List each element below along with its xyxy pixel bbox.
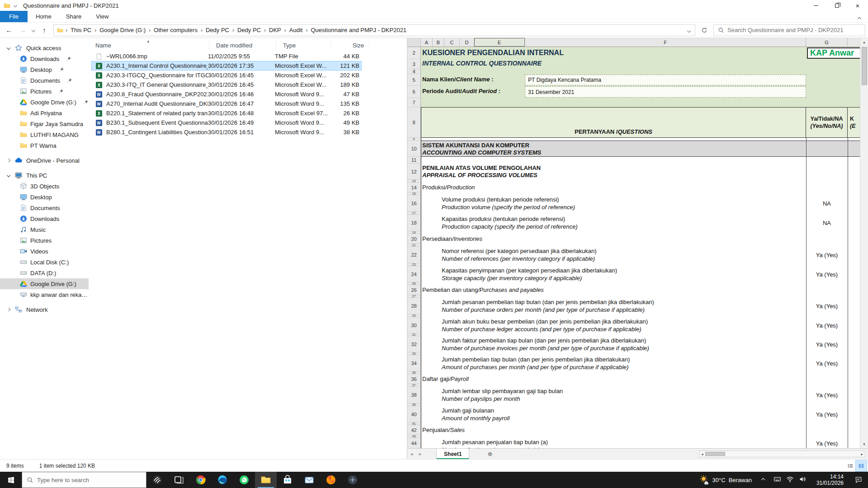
ribbon-collapse-icon[interactable] — [858, 15, 861, 22]
file-row-b280-1-contingent-l[interactable]: B280.1_Contingent Liabilities Questionn.… — [91, 127, 362, 137]
quick-access-toolbar-chevron-icon[interactable] — [14, 4, 17, 7]
row-header-2[interactable]: 2 — [407, 47, 421, 59]
row-header-30[interactable]: 30 — [407, 317, 421, 333]
col-header-c[interactable]: C — [444, 38, 460, 47]
row-header-40[interactable]: 40 — [407, 406, 421, 422]
sidebar-item-luthfi-magang[interactable]: LUTHFI MAGANG — [0, 129, 89, 140]
row-header-24[interactable]: 24 — [407, 266, 421, 282]
start-button[interactable] — [0, 472, 22, 488]
sidebar-section-network[interactable]: Network — [0, 304, 89, 315]
grid-corner[interactable] — [407, 38, 421, 47]
column-header-date-modified[interactable]: Date modified — [209, 41, 276, 50]
explorer-search-box[interactable] — [713, 24, 865, 36]
details-view-button[interactable] — [845, 460, 856, 471]
row-header-32[interactable]: 32 — [407, 336, 421, 352]
row-header-14[interactable]: 14 — [407, 183, 421, 192]
row-header-18[interactable]: 18 — [407, 215, 421, 231]
chevron-down-icon[interactable] — [6, 174, 11, 177]
file-row-b220-1-statement-of[interactable]: B220.1_Statement of related party transa… — [91, 108, 362, 118]
sidebar-item-pictures[interactable]: Pictures — [0, 86, 89, 97]
file-row-a230-1-internal-cont[interactable]: A230.1_Internal Control Questionnaire_D.… — [91, 61, 362, 70]
file-row-a270-internal-audit[interactable]: A270_Internal Audit Questionnaire_DKP2..… — [91, 99, 362, 108]
sidebar-item-desktop[interactable]: Desktop — [0, 64, 89, 75]
scroll-down-icon[interactable]: ▾ — [863, 440, 865, 448]
file-row-wrl0066-tmp[interactable]: ~WRL0066.tmp11/02/2025 9:55TMP File44 KB — [91, 52, 362, 61]
recent-locations-chevron-icon[interactable] — [30, 24, 37, 37]
minimize-button[interactable] — [806, 0, 826, 11]
breadcrumb-item-dkp[interactable]: DKP — [266, 27, 284, 33]
sidebar-item-downloads[interactable]: Downloads — [0, 53, 89, 64]
address-dropdown-icon[interactable] — [683, 27, 695, 33]
scroll-left-icon[interactable]: ◂ — [699, 452, 705, 456]
col-header-e[interactable]: E — [474, 38, 525, 47]
thumbnails-view-button[interactable] — [856, 460, 867, 471]
breadcrumb-item-dedy-pc[interactable]: Dedy PC — [203, 27, 232, 33]
chevron-right-icon[interactable] — [6, 159, 11, 162]
row-header-36[interactable]: 36 — [407, 374, 421, 384]
breadcrumb-item-other-computers[interactable]: Other computers — [151, 27, 201, 33]
horizontal-scrollbar[interactable]: ◂ ▸ — [699, 450, 865, 457]
sidebar-section-this-pc[interactable]: This PC — [0, 170, 89, 181]
breadcrumb-item-dedy-pc[interactable]: Dedy PC — [234, 27, 264, 33]
answer-cell[interactable]: NA — [806, 215, 848, 231]
tab-view[interactable]: View — [89, 11, 116, 22]
scroll-right-icon[interactable]: ▸ — [859, 452, 865, 456]
sheet-tab[interactable]: Sheet1 — [436, 449, 469, 459]
file-row-a230-3-itq-it-genera[interactable]: A230.3-ITQ_IT General Questionnaire_DK..… — [91, 80, 362, 89]
sidebar-item-videos[interactable]: Videos — [0, 246, 89, 257]
sheet-nav-left-icon[interactable]: ◂ — [407, 451, 416, 456]
row-header-26[interactable]: 26 — [407, 285, 421, 295]
row-header-5[interactable]: 5 — [407, 74, 421, 86]
weather-widget[interactable]: 30°C Berawan — [694, 475, 757, 485]
chevron-down-icon[interactable] — [6, 47, 11, 49]
restore-button[interactable] — [826, 0, 847, 11]
breadcrumb-item-google-drive-g[interactable]: Google Drive (G:) — [96, 27, 149, 33]
search-input[interactable] — [727, 27, 861, 33]
breadcrumb-item-audit[interactable]: Audit — [286, 27, 306, 33]
file-row-a230-3-itgcq-questio[interactable]: A230.3-ITGCQ_Questionnaire for ITGC_DK..… — [91, 70, 362, 80]
up-button[interactable]: ↑ — [38, 24, 51, 37]
scroll-up-icon[interactable]: ▴ — [863, 38, 865, 46]
sidebar-item-downloads[interactable]: Downloads — [0, 213, 89, 224]
sidebar-item-documents[interactable]: Documents — [0, 202, 89, 213]
answer-cell[interactable]: Ya (Yes) — [806, 406, 848, 422]
answer-cell[interactable]: Ya (Yes) — [806, 247, 848, 263]
col-header-f[interactable]: F — [525, 38, 806, 47]
tab-share[interactable]: Share — [59, 11, 89, 22]
row-header-42[interactable]: 42 — [407, 425, 421, 435]
column-header-type[interactable]: Type — [276, 41, 331, 50]
titlebar[interactable]: Questionnaire and PMPJ - DKP2021 × — [0, 0, 868, 11]
row-header-20[interactable]: 20 — [407, 234, 421, 244]
file-explorer-button[interactable] — [255, 472, 277, 488]
zebra-app-button[interactable] — [146, 472, 168, 488]
answer-cell[interactable]: Ya (Yes) — [806, 266, 848, 282]
file-row-b230-1-subsequent-ev[interactable]: B230.1_Subsequent Event Questionnaire_..… — [91, 118, 362, 127]
touch-keyboard-icon[interactable] — [774, 475, 781, 485]
mail-button[interactable] — [298, 472, 320, 488]
close-button[interactable]: × — [847, 0, 868, 11]
firefox-button[interactable] — [320, 472, 342, 488]
row-header-12[interactable]: 12 — [407, 164, 421, 180]
taskbar-clock[interactable]: 14:14 31/01/2026 — [811, 474, 849, 486]
address-bar[interactable]: › This PC›Google Drive (G:)›Other comput… — [53, 24, 695, 36]
sidebar-section-onedrive-personal[interactable]: OneDrive - Personal — [0, 155, 89, 166]
edge-button[interactable] — [212, 472, 233, 488]
col-header-d[interactable]: D — [460, 38, 474, 47]
add-sheet-icon[interactable]: ⊕ — [487, 450, 492, 457]
row-header-44[interactable]: 44 — [407, 438, 421, 448]
sidebar-item-adi-priyatna[interactable]: Adi Priyatna — [0, 108, 89, 118]
row-header-28[interactable]: 28 — [407, 298, 421, 314]
sidebar-item-pictures[interactable]: Pictures — [0, 235, 89, 246]
field-value[interactable]: PT Digdaya Kencana Pratama — [525, 75, 806, 85]
breadcrumb-item-this-pc[interactable]: This PC — [67, 27, 94, 33]
volume-icon[interactable] — [799, 475, 807, 485]
sidebar-item-figar-jaya-samudra[interactable]: Figar Jaya Samudra — [0, 118, 89, 129]
app-button[interactable] — [342, 472, 363, 488]
chevron-right-icon[interactable] — [6, 308, 11, 311]
vertical-scrollbar-thumb[interactable] — [862, 47, 867, 85]
sidebar-item-data-d[interactable]: DATA (D:) — [0, 267, 89, 278]
store-button[interactable] — [277, 472, 298, 488]
row-header-6[interactable]: 6 — [407, 86, 421, 98]
chrome-button[interactable] — [190, 472, 212, 488]
whatsapp-button[interactable] — [233, 472, 255, 488]
